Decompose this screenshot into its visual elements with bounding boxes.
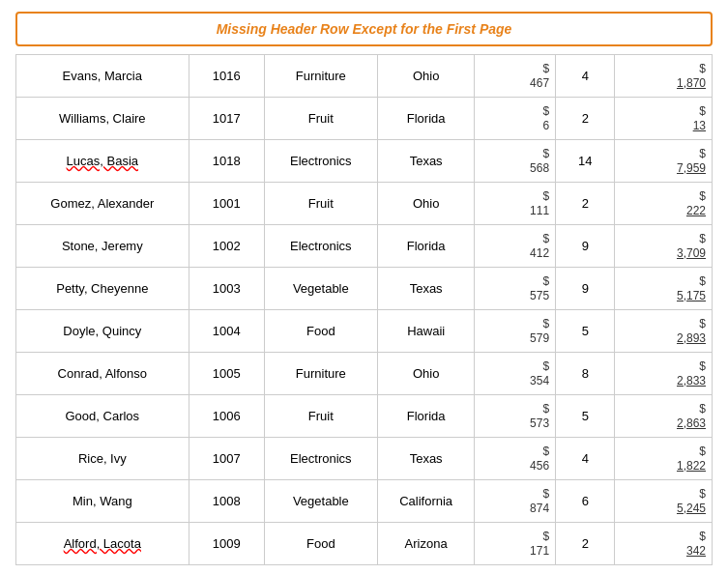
cell-price: $573 — [475, 395, 556, 438]
cell-state: Ohio — [377, 353, 474, 395]
cell-category: Fruit — [264, 395, 377, 438]
cell-category: Vegetable — [264, 480, 377, 523]
cell-name: Rice, Ivy — [16, 438, 189, 480]
table-row: Gomez, Alexander1001FruitOhio$1112$222 — [16, 183, 713, 225]
cell-price: $456 — [475, 438, 556, 480]
cell-name: Evans, Marcia — [16, 55, 189, 98]
cell-category: Vegetable — [264, 268, 377, 310]
cell-total: $2,893 — [615, 310, 713, 353]
table-row: Evans, Marcia1016FurnitureOhio$4674$1,87… — [16, 55, 713, 98]
cell-id: 1006 — [189, 395, 264, 438]
cell-category: Electronics — [264, 438, 377, 480]
cell-state: California — [377, 480, 474, 523]
table-row: Alford, Lacota1009FoodArizona$1712$342 — [16, 523, 713, 565]
header-box: Missing Header Row Except for the First … — [15, 12, 713, 46]
cell-price: $467 — [475, 55, 556, 98]
cell-total: $1,822 — [615, 438, 713, 480]
cell-name: Min, Wang — [16, 480, 189, 523]
cell-total: $342 — [615, 523, 713, 565]
cell-state: Texas — [377, 438, 474, 480]
cell-qty: 2 — [556, 183, 615, 225]
table-row: Lucas, Basia1018ElectronicsTexas$56814$7… — [16, 140, 713, 183]
page-wrapper: Missing Header Row Except for the First … — [0, 0, 728, 574]
cell-qty: 9 — [556, 268, 615, 310]
cell-id: 1008 — [189, 480, 264, 523]
cell-total: $5,245 — [615, 480, 713, 523]
cell-name: Good, Carlos — [16, 395, 189, 438]
cell-name: Lucas, Basia — [16, 140, 189, 183]
cell-category: Electronics — [264, 140, 377, 183]
cell-qty: 8 — [556, 353, 615, 395]
cell-qty: 4 — [556, 438, 615, 480]
cell-qty: 2 — [556, 523, 615, 565]
cell-price: $6 — [475, 98, 556, 140]
cell-state: Arizona — [377, 523, 474, 565]
cell-category: Fruit — [264, 183, 377, 225]
cell-id: 1003 — [189, 268, 264, 310]
cell-price: $354 — [475, 353, 556, 395]
table-row: Good, Carlos1006FruitFlorida$5735$2,863 — [16, 395, 713, 438]
cell-name: Williams, Claire — [16, 98, 189, 140]
cell-qty: 4 — [556, 55, 615, 98]
cell-qty: 14 — [556, 140, 615, 183]
cell-category: Food — [264, 310, 377, 353]
cell-state: Texas — [377, 140, 474, 183]
cell-qty: 5 — [556, 310, 615, 353]
cell-state: Ohio — [377, 183, 474, 225]
table-row: Williams, Claire1017FruitFlorida$62$13 — [16, 98, 713, 140]
cell-total: $5,175 — [615, 268, 713, 310]
cell-category: Fruit — [264, 98, 377, 140]
cell-state: Hawaii — [377, 310, 474, 353]
table-row: Min, Wang1008VegetableCalifornia$8746$5,… — [16, 480, 713, 523]
cell-qty: 5 — [556, 395, 615, 438]
cell-total: $2,863 — [615, 395, 713, 438]
cell-state: Florida — [377, 395, 474, 438]
cell-total: $2,833 — [615, 353, 713, 395]
cell-total: $3,709 — [615, 225, 713, 268]
table-row: Conrad, Alfonso1005FurnitureOhio$3548$2,… — [16, 353, 713, 395]
header-title: Missing Header Row Except for the First … — [217, 21, 512, 37]
cell-category: Furniture — [264, 55, 377, 98]
cell-total: $1,870 — [615, 55, 713, 98]
cell-name: Alford, Lacota — [16, 523, 189, 565]
cell-price: $111 — [475, 183, 556, 225]
cell-category: Electronics — [264, 225, 377, 268]
cell-name: Gomez, Alexander — [16, 183, 189, 225]
cell-id: 1002 — [189, 225, 264, 268]
cell-category: Furniture — [264, 353, 377, 395]
cell-id: 1007 — [189, 438, 264, 480]
cell-id: 1009 — [189, 523, 264, 565]
cell-id: 1018 — [189, 140, 264, 183]
cell-id: 1004 — [189, 310, 264, 353]
cell-price: $412 — [475, 225, 556, 268]
cell-total: $7,959 — [615, 140, 713, 183]
table-row: Petty, Cheyenne1003VegetableTexas$5759$5… — [16, 268, 713, 310]
cell-id: 1017 — [189, 98, 264, 140]
table-row: Rice, Ivy1007ElectronicsTexas$4564$1,822 — [16, 438, 713, 480]
table-row: Stone, Jeremy1002ElectronicsFlorida$4129… — [16, 225, 713, 268]
cell-category: Food — [264, 523, 377, 565]
cell-state: Florida — [377, 225, 474, 268]
cell-total: $222 — [615, 183, 713, 225]
cell-price: $171 — [475, 523, 556, 565]
cell-price: $579 — [475, 310, 556, 353]
cell-id: 1001 — [189, 183, 264, 225]
cell-qty: 2 — [556, 98, 615, 140]
cell-state: Texas — [377, 268, 474, 310]
table-row: Doyle, Quincy1004FoodHawaii$5795$2,893 — [16, 310, 713, 353]
cell-price: $575 — [475, 268, 556, 310]
cell-id: 1016 — [189, 55, 264, 98]
cell-qty: 9 — [556, 225, 615, 268]
cell-price: $568 — [475, 140, 556, 183]
cell-name: Conrad, Alfonso — [16, 353, 189, 395]
cell-price: $874 — [475, 480, 556, 523]
cell-qty: 6 — [556, 480, 615, 523]
cell-total: $13 — [615, 98, 713, 140]
cell-id: 1005 — [189, 353, 264, 395]
cell-name: Petty, Cheyenne — [16, 268, 189, 310]
cell-state: Ohio — [377, 55, 474, 98]
cell-name: Stone, Jeremy — [16, 225, 189, 268]
data-table: Evans, Marcia1016FurnitureOhio$4674$1,87… — [15, 54, 713, 565]
cell-name: Doyle, Quincy — [16, 310, 189, 353]
cell-state: Florida — [377, 98, 474, 140]
